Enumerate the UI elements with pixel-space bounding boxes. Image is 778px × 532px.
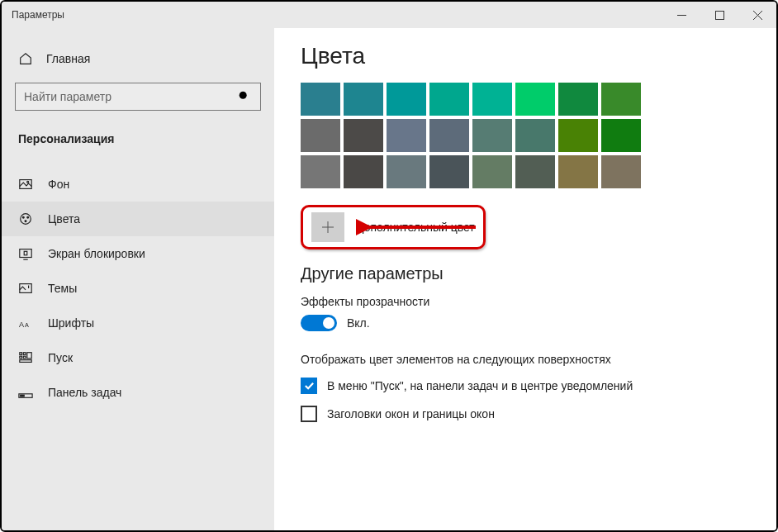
svg-rect-22 bbox=[27, 353, 31, 359]
page-title: Цвета bbox=[301, 43, 776, 69]
color-swatch[interactable] bbox=[558, 155, 598, 188]
color-swatch[interactable] bbox=[429, 155, 469, 188]
sidebar-item-label: Фон bbox=[48, 178, 69, 191]
color-swatch[interactable] bbox=[558, 119, 598, 152]
svg-point-4 bbox=[240, 92, 247, 99]
svg-rect-21 bbox=[23, 356, 26, 359]
color-swatch[interactable] bbox=[515, 119, 555, 152]
surface-checkbox-0[interactable] bbox=[301, 378, 317, 394]
search-icon bbox=[237, 89, 252, 104]
svg-text:A: A bbox=[19, 321, 24, 329]
sidebar-item-label: Темы bbox=[48, 282, 77, 295]
color-swatch[interactable] bbox=[429, 83, 469, 116]
svg-rect-18 bbox=[20, 353, 22, 355]
window-title: Параметры bbox=[12, 9, 662, 21]
surface-check-label: Заголовки окон и границы окон bbox=[327, 407, 495, 420]
color-swatch[interactable] bbox=[472, 155, 512, 188]
sidebar-item-5[interactable]: Пуск bbox=[2, 340, 274, 375]
color-swatch[interactable] bbox=[601, 83, 641, 116]
color-swatch[interactable] bbox=[472, 119, 512, 152]
sidebar-item-label: Экран блокировки bbox=[48, 247, 145, 260]
color-swatch[interactable] bbox=[515, 83, 555, 116]
color-swatch[interactable] bbox=[429, 119, 469, 152]
nav-list: ФонЦветаЭкран блокировкиТемыAAШрифтыПуск… bbox=[2, 159, 274, 410]
color-swatch[interactable] bbox=[387, 83, 426, 116]
transparency-toggle-state: Вкл. bbox=[347, 316, 370, 330]
color-swatch[interactable] bbox=[344, 155, 383, 188]
custom-color-highlight: Дополнительный цвет bbox=[301, 205, 486, 249]
transparency-toggle[interactable] bbox=[301, 315, 337, 331]
sidebar: Главная Персонализация ФонЦветаЭкран бло… bbox=[2, 28, 274, 530]
sidebar-item-icon bbox=[18, 246, 33, 261]
color-swatch[interactable] bbox=[344, 119, 383, 152]
svg-rect-20 bbox=[20, 356, 22, 359]
svg-rect-14 bbox=[24, 251, 27, 255]
surfaces-label: Отображать цвет элементов на следующих п… bbox=[301, 353, 776, 366]
sidebar-item-icon bbox=[18, 177, 33, 192]
surface-checkbox-1[interactable] bbox=[301, 406, 317, 422]
color-swatch[interactable] bbox=[387, 119, 426, 152]
surface-check-row-0: В меню "Пуск", на панели задач и в центр… bbox=[301, 378, 776, 394]
sidebar-item-3[interactable]: Темы bbox=[2, 271, 274, 306]
custom-color-label: Дополнительный цвет bbox=[356, 221, 475, 234]
sidebar-item-2[interactable]: Экран блокировки bbox=[2, 236, 274, 271]
svg-point-10 bbox=[27, 216, 29, 218]
sidebar-item-icon bbox=[18, 281, 33, 296]
svg-rect-1 bbox=[715, 11, 723, 19]
color-swatches bbox=[301, 83, 776, 188]
svg-point-9 bbox=[22, 216, 24, 218]
color-swatch[interactable] bbox=[601, 155, 641, 188]
svg-line-5 bbox=[246, 98, 250, 102]
color-swatch[interactable] bbox=[515, 155, 555, 188]
color-swatch[interactable] bbox=[301, 83, 340, 116]
main-content: Цвета Дополнительный цвет Другие парамет… bbox=[274, 28, 776, 530]
color-swatch[interactable] bbox=[472, 83, 512, 116]
window-close-button[interactable] bbox=[738, 2, 776, 28]
surface-check-row-1: Заголовки окон и границы окон bbox=[301, 406, 776, 422]
color-swatch[interactable] bbox=[301, 155, 340, 188]
sidebar-item-label: Шрифты bbox=[48, 316, 94, 330]
sidebar-item-label: Пуск bbox=[48, 351, 73, 364]
sidebar-item-4[interactable]: AAШрифты bbox=[2, 306, 274, 340]
surface-check-label: В меню "Пуск", на панели задач и в центр… bbox=[327, 379, 633, 392]
titlebar: Параметры bbox=[2, 2, 776, 28]
other-params-heading: Другие параметры bbox=[301, 264, 776, 283]
color-swatch[interactable] bbox=[558, 83, 598, 116]
search-box[interactable] bbox=[15, 83, 261, 111]
sidebar-section-title: Персонализация bbox=[2, 124, 274, 159]
sidebar-item-icon: AA bbox=[18, 316, 33, 330]
sidebar-item-label: Панель задач bbox=[48, 386, 121, 399]
svg-rect-12 bbox=[20, 249, 31, 258]
svg-point-11 bbox=[25, 221, 26, 222]
sidebar-item-icon bbox=[18, 211, 33, 226]
window-maximize-button[interactable] bbox=[700, 2, 738, 28]
nav-home-label: Главная bbox=[46, 52, 90, 65]
sidebar-item-6[interactable]: Панель задач bbox=[2, 375, 274, 410]
sidebar-item-1[interactable]: Цвета bbox=[2, 202, 274, 236]
sidebar-item-icon bbox=[18, 385, 33, 400]
nav-home[interactable]: Главная bbox=[2, 43, 274, 74]
add-custom-color-button[interactable] bbox=[311, 212, 344, 242]
svg-point-8 bbox=[21, 214, 31, 225]
color-swatch[interactable] bbox=[301, 119, 340, 152]
color-swatch[interactable] bbox=[601, 119, 641, 152]
sidebar-item-icon bbox=[18, 350, 33, 365]
transparency-label: Эффекты прозрачности bbox=[301, 295, 776, 308]
color-swatch[interactable] bbox=[387, 155, 426, 188]
svg-text:A: A bbox=[25, 321, 29, 329]
svg-rect-19 bbox=[23, 353, 26, 355]
sidebar-item-0[interactable]: Фон bbox=[2, 167, 274, 202]
svg-rect-25 bbox=[21, 395, 22, 397]
color-swatch[interactable] bbox=[344, 83, 383, 116]
home-icon bbox=[18, 51, 33, 66]
window-minimize-button[interactable] bbox=[662, 2, 700, 28]
search-input[interactable] bbox=[24, 90, 237, 103]
svg-rect-23 bbox=[20, 360, 31, 363]
svg-point-7 bbox=[27, 181, 29, 183]
sidebar-item-label: Цвета bbox=[48, 212, 80, 226]
svg-rect-26 bbox=[22, 395, 24, 397]
